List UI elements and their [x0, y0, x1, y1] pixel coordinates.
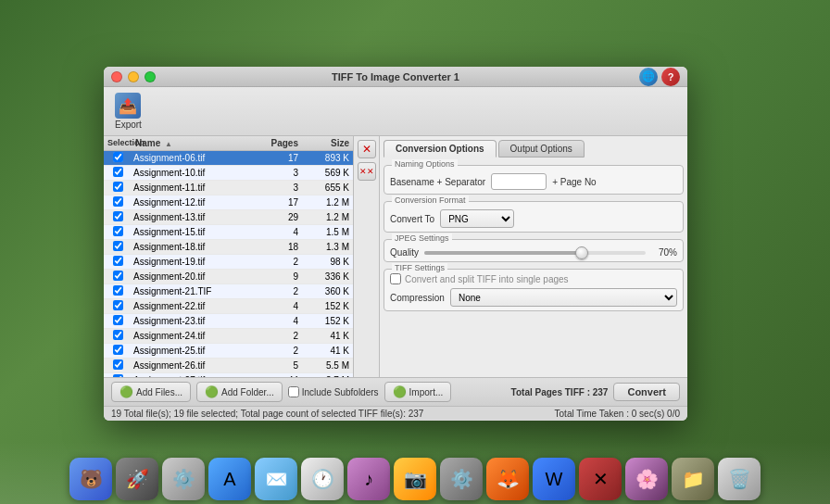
compression-select[interactable]: None LZW ZIP [450, 288, 677, 307]
file-size: 152 K [302, 316, 353, 326]
titlebar: TIFF To Image Converter 1 🌐 ? [104, 67, 687, 87]
file-checkbox[interactable] [113, 285, 123, 296]
file-row[interactable]: Assignment-20.tif 9 336 K [104, 270, 353, 284]
minimize-button[interactable] [128, 71, 139, 82]
conversion-format-label: Conversion Format [392, 195, 469, 205]
dock-system-prefs[interactable]: ⚙️ [162, 458, 205, 500]
dock-photos[interactable]: 📷 [394, 458, 436, 500]
file-row[interactable]: Assignment-21.TIF 2 360 K [104, 284, 353, 299]
dock-appstore[interactable]: A [208, 458, 251, 500]
quality-label: Quality [390, 247, 419, 258]
website-icon[interactable]: 🌐 [639, 68, 658, 86]
file-name: Assignment-06.tif [132, 153, 260, 163]
file-checkbox[interactable] [113, 152, 123, 162]
file-list-body[interactable]: Assignment-06.tif 17 893 K Assignment-10… [104, 151, 353, 377]
main-content: Selection Name ▲ Pages Size Assignment-0… [104, 136, 687, 377]
file-row[interactable]: Assignment-11.tif 3 655 K [104, 181, 353, 195]
file-checkbox[interactable] [113, 359, 123, 370]
col-name-header: Name ▲ [132, 136, 260, 150]
sort-arrow-icon: ▲ [165, 140, 172, 148]
remove-all-button[interactable]: ✕✕ [358, 162, 376, 181]
dock-files[interactable]: 📁 [672, 458, 714, 500]
maximize-button[interactable] [145, 71, 156, 82]
file-row[interactable]: Assignment-24.tif 2 41 K [104, 329, 353, 344]
split-checkbox[interactable] [390, 273, 401, 284]
file-row[interactable]: Assignment-15.tif 4 1.5 M [104, 225, 353, 240]
file-checkbox[interactable] [113, 211, 123, 221]
file-row[interactable]: Assignment-19.tif 2 98 K [104, 255, 353, 270]
file-size: 3.7 M [302, 375, 353, 377]
import-button[interactable]: 🟢 Import... [384, 382, 452, 402]
file-name: Assignment-13.tif [132, 212, 260, 222]
dock-finder[interactable]: 🐻 [69, 458, 112, 500]
basename-label: Basename + Separator [390, 177, 485, 187]
dock-firefox[interactable]: 🦊 [486, 458, 529, 500]
file-checkbox[interactable] [113, 345, 123, 355]
include-subfolders-checkbox[interactable] [288, 386, 299, 397]
naming-options-group: Naming Options Basename + Separator + Pa… [384, 165, 684, 195]
export-button[interactable]: 📤 Export [111, 91, 145, 132]
help-icon[interactable]: ? [661, 68, 680, 86]
conversion-format-group: Conversion Format Convert To PNG JPEG TI… [384, 201, 684, 233]
file-checkbox[interactable] [113, 167, 123, 177]
tab-conversion-options[interactable]: Conversion Options [384, 140, 497, 158]
compression-label: Compression [390, 293, 445, 303]
jpeg-settings-label: JPEG Settings [392, 233, 452, 243]
dock-rocket[interactable]: 🚀 [116, 458, 158, 500]
side-buttons: ✕ ✕✕ [354, 136, 380, 377]
file-row[interactable]: Assignment-27.tif 44 3.7 M [104, 373, 353, 377]
file-row[interactable]: Assignment-26.tif 5 5.5 M [104, 359, 353, 373]
dock-mail[interactable]: ✉️ [255, 458, 297, 500]
file-row[interactable]: Assignment-22.tif 4 152 K [104, 299, 353, 314]
add-files-button[interactable]: 🟢 Add Files... [111, 382, 191, 402]
dock-itunes[interactable]: ♪ [347, 458, 390, 500]
file-checkbox[interactable] [113, 300, 123, 310]
file-checkbox[interactable] [113, 271, 123, 281]
file-row[interactable]: Assignment-25.tif 2 41 K [104, 344, 353, 359]
convert-button[interactable]: Convert [613, 383, 680, 401]
add-folder-button[interactable]: 🟢 Add Folder... [196, 382, 283, 402]
file-pages: 2 [260, 286, 302, 296]
file-size: 360 K [302, 286, 353, 296]
file-name: Assignment-23.tif [132, 316, 260, 326]
quality-row: Quality 70% [390, 247, 677, 258]
dock-settings2[interactable]: ⚙️ [440, 458, 483, 500]
file-row[interactable]: Assignment-13.tif 29 1.2 M [104, 210, 353, 225]
dock-purple[interactable]: 🌸 [625, 458, 668, 500]
naming-options-label: Naming Options [392, 159, 458, 169]
quality-slider[interactable] [424, 251, 646, 255]
file-row[interactable]: Assignment-10.tif 3 569 K [104, 166, 353, 181]
tab-output-options[interactable]: Output Options [498, 140, 585, 158]
format-select[interactable]: PNG JPEG TIFF BMP GIF [440, 209, 514, 228]
file-size: 98 K [302, 257, 353, 267]
file-row[interactable]: Assignment-12.tif 17 1.2 M [104, 195, 353, 210]
include-subfolders-label: Include Subfolders [302, 387, 379, 397]
separator-input[interactable] [491, 173, 547, 190]
file-checkbox[interactable] [113, 241, 123, 251]
file-checkbox[interactable] [113, 315, 123, 325]
dock-clock[interactable]: 🕐 [301, 458, 344, 500]
file-checkbox[interactable] [113, 226, 123, 236]
dock-word[interactable]: W [533, 458, 575, 500]
file-checkbox[interactable] [113, 196, 123, 207]
add-files-label: Add Files... [136, 387, 182, 397]
file-checkbox[interactable] [113, 256, 123, 266]
file-size: 893 K [302, 153, 353, 163]
close-button[interactable] [111, 71, 122, 82]
file-checkbox[interactable] [113, 374, 123, 377]
file-row[interactable]: Assignment-06.tif 17 893 K [104, 151, 353, 166]
remove-button[interactable]: ✕ [358, 140, 376, 158]
jpeg-settings-group: JPEG Settings Quality 70% [384, 239, 684, 262]
file-name: Assignment-10.tif [132, 168, 260, 178]
file-checkbox[interactable] [113, 330, 123, 340]
file-name: Assignment-19.tif [132, 257, 260, 267]
file-row[interactable]: Assignment-23.tif 4 152 K [104, 314, 353, 329]
file-row[interactable]: Assignment-18.tif 18 1.3 M [104, 240, 353, 255]
col-size-header: Size [302, 136, 353, 150]
file-size: 41 K [302, 331, 353, 341]
slider-thumb[interactable] [575, 246, 588, 259]
dock-trash[interactable]: 🗑️ [718, 458, 761, 500]
file-checkbox[interactable] [113, 182, 123, 192]
dock-x[interactable]: ✕ [579, 458, 622, 500]
file-size: 655 K [302, 183, 353, 193]
